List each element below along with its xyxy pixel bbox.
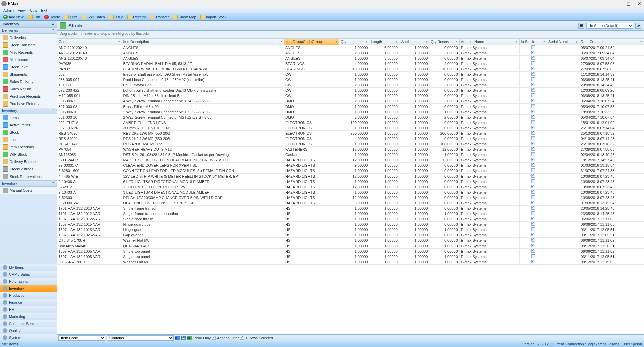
table-row[interactable]: 101960072 Elevator BeltCW2.000001.000001… (57, 82, 644, 88)
table-row[interactable]: 301-000-102 Way Screw Terminal Connector… (57, 109, 644, 115)
sidebar-item-active-items[interactable]: Active Items (0, 121, 57, 129)
table-row[interactable]: 8-52300RELAY 12V 20/30AMP CHANGE OVER 5 … (57, 195, 644, 200)
table-row[interactable]: RES-34090RES 2K2 1W6 MF (550-206fELECTRO… (57, 136, 644, 141)
table-row[interactable]: PA7054WASHER HEAVY DUTY M12FASTENERS12.0… (57, 147, 644, 152)
view-options-button[interactable]: ≫ (635, 23, 641, 29)
table-row[interactable]: 99-00001-WOPAL END COVER LENS FOR XPERT … (57, 200, 644, 206)
col-header-qtyreserv[interactable]: Qty Reserv▼ (429, 39, 459, 45)
table-row[interactable]: 002LEHZ1AAMBER FULL END LENSELECTRONICS1… (57, 120, 644, 125)
table-row[interactable]: 1607.HAA.132.1005-VARSingle top panelHS1… (57, 249, 644, 254)
col-header-code[interactable]: Code▼ (57, 39, 122, 45)
table-row[interactable]: M12-055-001DIN 931-1 - M12 x 55 Hex-Head… (57, 93, 644, 98)
sidebar-item-items[interactable]: Items (0, 114, 57, 121)
nav-module-production[interactable]: Production (0, 292, 57, 299)
table-row[interactable]: CTL-645-1708HWasher Flat M8HS1.000001.00… (57, 238, 644, 243)
table-row[interactable]: 6-6281212 OUTPUT LED CONTROLLER 12VHAZAR… (57, 184, 644, 190)
sidebar-item-misc-issues[interactable]: Misc Issues (0, 56, 57, 63)
sidebar-item-delivery-batches[interactable]: Delivery Batches (0, 158, 57, 165)
sidebar-item-sales-delivery[interactable]: Sales Delivery (0, 78, 57, 85)
col-header-addressname[interactable]: AddressName▼ (459, 39, 519, 45)
col-header-itemgroupcodegroup[interactable]: ItemGroupCodeGroup▼ (284, 39, 339, 45)
table-row[interactable]: 99-00001-CCLEAR END COVER LENS FOR XPERT… (57, 163, 644, 168)
sidebar-item-stock[interactable]: Stock (0, 129, 57, 136)
nav-module-inventory[interactable]: Inventory (0, 285, 57, 292)
add-button[interactable]: Add New (1, 14, 25, 20)
sidebar-item-purchase-receipts[interactable]: Purchase Receipts (0, 93, 57, 100)
filter-icon[interactable]: ▼ (543, 40, 546, 43)
save-filter-icon[interactable]: 💾 (181, 336, 186, 340)
table-row[interactable]: 1607.HAA.132.1012-VARSingle door threshH… (57, 216, 644, 222)
table-row[interactable]: 1701.HAA.132.2012-VARSingle frame transo… (57, 211, 644, 216)
menu-exit[interactable]: Exit (39, 8, 49, 12)
col-header-length[interactable]: Length▼ (369, 39, 399, 45)
table-row[interactable]: 055-005-004Roof Hose Connection 0.75in 2… (57, 77, 644, 82)
filter-icon[interactable]: ▼ (455, 40, 459, 43)
col-header-serialnuml[interactable]: Serial Numl▼ (547, 39, 579, 45)
table-row[interactable]: RES-05147RES 470K 0W6 MF 1pcELECTRONICS1… (57, 141, 644, 147)
table-row[interactable]: 9-10406-A6 LED LIGHTBAR DIRECTIONAL MODU… (57, 179, 644, 184)
filter-field-select[interactable]: Item.Code (58, 335, 105, 341)
table-row[interactable]: 1607.HAA.132.1015-VARHinge guard bushHS1… (57, 222, 644, 227)
sidebar-item-manual-costs[interactable]: Manual Costs (0, 187, 57, 194)
read-only-checkbox[interactable] (212, 336, 216, 340)
splitbatch-button[interactable]: Split Batch (80, 14, 107, 20)
print-button[interactable]: Print (62, 14, 79, 20)
table-row[interactable]: 9-00124-039M4 X 16 SOCKET BUTTON HEAD MA… (57, 157, 644, 163)
col-header-qty[interactable]: Qty▼ (339, 39, 369, 45)
transfer-button[interactable]: Transfer (148, 14, 171, 20)
play-icon[interactable]: ▶ (175, 336, 180, 340)
table-row[interactable]: 301-000-08Brass Pillar - M3 x 20mmDMO1.0… (57, 104, 644, 109)
nav-module-marketing[interactable]: Marketing (0, 313, 57, 320)
view-select[interactable]: In Stock (Default) (586, 23, 633, 29)
filter-op-select[interactable]: Contains (107, 335, 174, 341)
filter-icon[interactable]: ▼ (365, 40, 368, 43)
filter-icon[interactable]: ▼ (280, 40, 283, 43)
nav-module-hr[interactable]: HR (0, 306, 57, 313)
sidebar-item-misc-receipts[interactable]: Misc Receipts (0, 49, 57, 56)
menu-view[interactable]: View (16, 8, 28, 12)
showmap-button[interactable]: Show Map (171, 14, 198, 20)
columns-button[interactable]: ▦ (578, 23, 584, 29)
sidebar-item-purchase-returns[interactable]: Purchase Returns (0, 100, 57, 108)
sidebar-item-stock-transfers[interactable]: Stock Transfers (0, 41, 57, 49)
sidebar-section-1[interactable]: Inventory⌃ (0, 108, 57, 114)
sidebar-item-stock-reservations[interactable]: Stock Reservations (0, 173, 57, 180)
close-button[interactable]: ✕ (636, 1, 643, 6)
table-row[interactable]: 1607.HAA.132.1015-VARHinge guard bushHS1… (57, 227, 644, 232)
table-row[interactable]: ANG-120120X40ANGLESANGLES2.000001.000001… (57, 50, 644, 56)
table-row[interactable]: 4-4485-W-E12V LED STRIP WHITE (5 METER R… (57, 174, 644, 179)
nav-module-my-items[interactable]: My Items (0, 264, 57, 271)
table-row[interactable]: 301-000-102 Way Screw Terminal Connector… (57, 115, 644, 120)
table-row[interactable]: 002-Elevator shaft assembly- 090 Sheet M… (57, 72, 644, 77)
filter-icon[interactable]: ▼ (425, 40, 428, 43)
sidebar-item-sales-return[interactable]: Sales Return (0, 85, 57, 93)
table-row[interactable]: RES-34090RES 2K2 1W6 MF (550-206fELECTRO… (57, 131, 644, 136)
col-header-itemdescription[interactable]: ItemDescription▼ (122, 39, 284, 45)
table-row[interactable]: ANG-120120X40ANGLESANGLES1.000006.000001… (57, 45, 644, 50)
issue-button[interactable]: Issue (107, 14, 125, 20)
sidebar-item-locations[interactable]: Locations (0, 136, 57, 143)
receipt-button[interactable]: Receipt (126, 14, 147, 20)
nav-module-quality[interactable]: Quality (0, 327, 57, 334)
filter-icon[interactable]: ▼ (395, 40, 398, 43)
sidebar-item-stock-take[interactable]: Stock Take (0, 63, 57, 71)
table-row[interactable]: Bolt Allen M4x40QFT-604-2040XHS1.000001.… (57, 243, 644, 249)
col-header-datecreated[interactable]: Date Created▼ (579, 39, 644, 45)
nav-module-crm-sales[interactable]: CRM / Sales (0, 271, 57, 278)
filter-icon[interactable]: ▼ (515, 40, 519, 43)
nav-module-finance[interactable]: Finance (0, 299, 57, 306)
sidebar-item-stockpostings[interactable]: StockPostings (0, 165, 57, 173)
table-row[interactable]: 9-10403-A3 LED LIGHTBAR DIRECTIONAL MODU… (57, 190, 644, 195)
importstock-button[interactable]: Import Stock (199, 14, 228, 20)
sidebar-section-0[interactable]: Deliveries⌃ (0, 27, 57, 34)
append-filter-checkbox[interactable] (240, 336, 244, 340)
menu-utils[interactable]: Utils (28, 8, 39, 12)
col-header-instock[interactable]: In Stock▼ (519, 39, 547, 45)
group-by-bar[interactable]: Drag a column header and drop it here to… (57, 31, 644, 38)
nav-module-system[interactable]: System (0, 334, 57, 341)
table-row[interactable]: 002LEHZ2R300mm RED CENTRE LENSELECTRONIC… (57, 125, 644, 131)
collapse-icon[interactable]: « (52, 22, 54, 26)
table-row[interactable]: PA7935BEARING RADIAL BALL DIA 65, 6313.2… (57, 61, 644, 66)
edit-button[interactable]: Edit (26, 14, 42, 20)
filter-icon[interactable]: ▼ (335, 40, 338, 43)
